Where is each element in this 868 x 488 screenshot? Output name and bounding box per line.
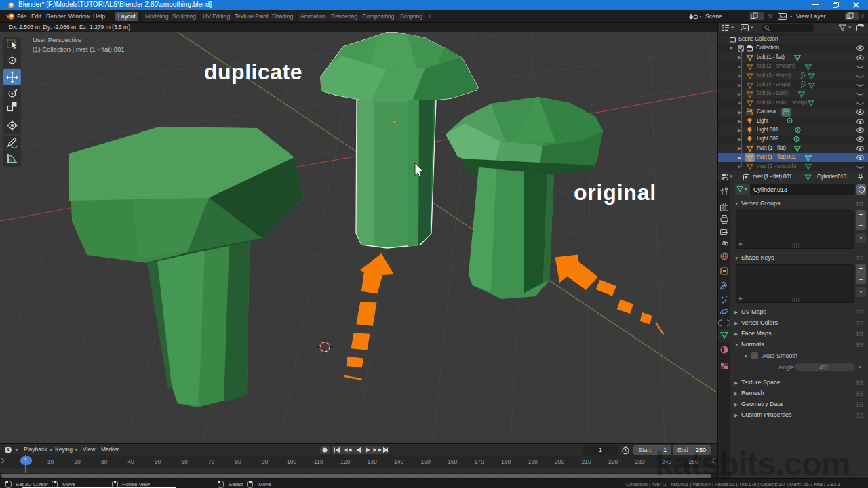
svg-text:User Perspective: User Perspective	[33, 36, 81, 43]
svg-text:duplicate: duplicate	[204, 60, 302, 84]
svg-text:(1) Collection | rivet (1 - fl: (1) Collection | rivet (1 - flat).001	[33, 45, 125, 53]
svg-text:original: original	[574, 180, 656, 205]
